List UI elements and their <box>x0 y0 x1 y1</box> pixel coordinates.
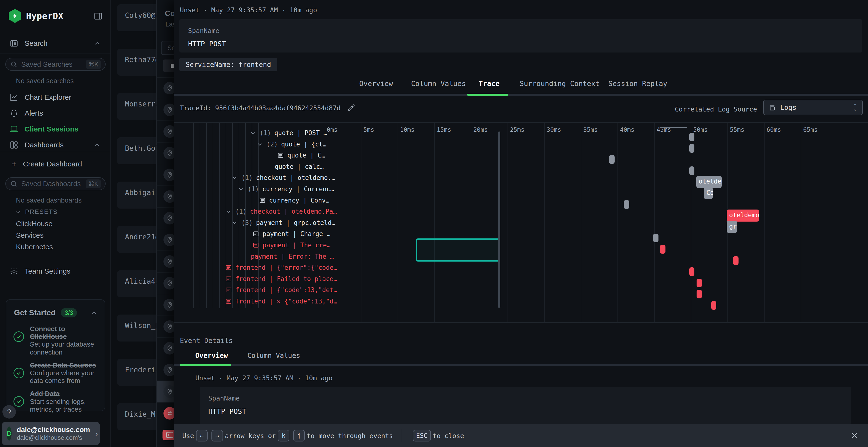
help-button[interactable]: ? <box>2 405 16 419</box>
span-duration-bar[interactable] <box>696 279 702 287</box>
chevron-up-icon[interactable] <box>94 40 101 47</box>
span-duration-bar[interactable] <box>653 234 658 242</box>
sidebar-collapse-icon[interactable] <box>94 11 103 21</box>
preset-item-services[interactable]: Services <box>16 231 44 239</box>
sidebar-item-search[interactable]: Search <box>0 36 111 51</box>
session-card[interactable]: Alicia42 <box>117 270 156 297</box>
span-duration-bar[interactable] <box>609 155 615 164</box>
session-event-row[interactable] <box>157 77 174 99</box>
get-started-item[interactable]: Connect to ClickHouseSet up your databas… <box>6 320 105 356</box>
trace-span-row[interactable]: (1)quote | POST … <box>250 128 327 138</box>
chevron-up-icon[interactable] <box>90 309 97 316</box>
session-event-row[interactable] <box>157 208 174 229</box>
tab-session-replay[interactable]: Session Replay <box>608 79 667 92</box>
chevron-down-icon[interactable] <box>256 141 263 148</box>
tab-column-values[interactable]: Column Values <box>411 79 466 92</box>
tab-overview[interactable]: Overview <box>359 79 393 92</box>
session-event-row[interactable] <box>157 143 174 164</box>
trace-span-row[interactable]: (1)checkout | oteldemo.Pa… <box>225 206 337 217</box>
span-duration-bar[interactable]: oteldemo. <box>727 209 759 221</box>
session-card[interactable]: Dixie_Mc <box>117 403 156 430</box>
session-card[interactable]: Andre21@ <box>117 226 156 253</box>
session-card[interactable]: Abbigail <box>117 182 156 209</box>
sidebar-item-client-sessions[interactable]: Client Sessions <box>0 122 111 137</box>
span-duration-bar[interactable] <box>696 290 702 299</box>
saved-searches-input[interactable]: Saved Searches ⌘K <box>5 58 105 71</box>
trace-span-row[interactable]: currency | Conv… <box>259 195 329 206</box>
log-source-select[interactable]: Logs ⌃⌄ <box>763 100 863 115</box>
trace-span-row[interactable]: payment | Charge … <box>252 228 331 239</box>
session-event-row[interactable] <box>157 381 174 403</box>
session-event-row[interactable] <box>157 121 174 143</box>
span-duration-bar[interactable] <box>733 256 739 265</box>
trace-span-row[interactable]: payment | Error: The … <box>251 251 334 262</box>
trace-span-row[interactable]: (2)quote | {cl… <box>256 139 327 150</box>
get-started-item[interactable]: Create Data SourcesConfigure where your … <box>6 356 105 385</box>
chevron-down-icon[interactable] <box>250 130 256 136</box>
close-icon[interactable] <box>850 431 859 440</box>
session-event-row[interactable] <box>157 99 174 121</box>
session-card[interactable]: Monserra <box>117 93 156 120</box>
span-duration-bar[interactable] <box>689 166 694 175</box>
saved-dashboards-input[interactable]: Saved Dashboards ⌘K <box>5 177 105 190</box>
span-duration-bar[interactable]: Co <box>704 187 713 199</box>
chevron-down-icon[interactable] <box>231 174 238 181</box>
tab-trace[interactable]: Trace <box>478 79 500 92</box>
session-filter-button[interactable] <box>163 60 174 72</box>
session-card[interactable]: Frederic <box>117 359 156 386</box>
trace-span-row[interactable]: quote | C… <box>277 150 325 161</box>
trace-span-row[interactable]: frontend | {"error":{"code… <box>225 262 337 273</box>
presets-toggle[interactable]: PRESETS <box>15 208 58 215</box>
session-event-row[interactable] <box>157 273 174 294</box>
session-card[interactable]: Retha77@ <box>117 49 156 76</box>
session-events-search-input[interactable]: Sea <box>161 41 174 55</box>
sidebar-item-dashboards[interactable]: Dashboards <box>0 137 111 153</box>
get-started-item[interactable]: Add DataStart sending logs, metrics, or … <box>6 385 105 413</box>
session-event-row[interactable] <box>157 251 174 273</box>
sidebar-item-team-settings[interactable]: Team Settings <box>0 264 111 279</box>
event-details-tab-overview[interactable]: Overview <box>195 352 228 362</box>
chevron-up-icon[interactable] <box>94 141 101 148</box>
session-card[interactable]: Coty60@g <box>117 4 156 31</box>
chevron-down-icon[interactable] <box>225 208 232 215</box>
span-duration-bar[interactable] <box>660 245 665 253</box>
session-event-row[interactable] <box>157 316 174 338</box>
span-duration-bar[interactable] <box>689 144 694 153</box>
session-card[interactable]: Beth.Gol <box>117 137 156 164</box>
trace-span-row[interactable]: payment | The cre… <box>252 240 331 251</box>
session-event-row[interactable] <box>157 403 174 424</box>
span-duration-bar[interactable] <box>689 133 694 141</box>
trace-span-row[interactable]: frontend | Failed to place… <box>225 273 337 284</box>
tab-surrounding-context[interactable]: Surrounding Context <box>520 79 600 92</box>
trace-span-row[interactable]: frontend | ✕ {"code":13,"d… <box>225 296 337 307</box>
tree-scrollbar[interactable] <box>498 132 500 308</box>
chevron-down-icon[interactable] <box>238 186 244 193</box>
service-name-chip[interactable]: ServiceName: frontend <box>179 58 277 71</box>
chevron-down-icon[interactable] <box>231 219 238 226</box>
trace-span-row[interactable]: (3)payment | grpc.oteld… <box>231 217 335 228</box>
span-duration-bar[interactable] <box>689 267 694 276</box>
session-event-row[interactable] <box>157 338 174 359</box>
sidebar-item-chart-explorer[interactable]: Chart Explorer <box>0 90 111 105</box>
session-event-row[interactable] <box>157 424 174 446</box>
span-duration-bar[interactable]: grp <box>727 221 737 233</box>
create-dashboard-button[interactable]: + Create Dashboard <box>11 159 82 169</box>
span-duration-bar[interactable] <box>624 200 629 209</box>
session-event-row[interactable] <box>157 164 174 186</box>
span-duration-bar[interactable]: oteldemo. <box>696 176 722 188</box>
session-card[interactable]: Wilson_H <box>117 314 156 342</box>
user-account-chip[interactable]: D dale@clickhouse.com dale@clickhouse.co… <box>2 422 100 445</box>
preset-item-clickhouse[interactable]: ClickHouse <box>16 220 53 228</box>
trace-span-row[interactable]: frontend | {"code":13,"det… <box>225 284 337 296</box>
sidebar-item-alerts[interactable]: Alerts <box>0 105 111 121</box>
session-event-row[interactable] <box>157 294 174 316</box>
session-event-row[interactable] <box>157 359 174 381</box>
trace-span-row[interactable]: (1)currency | Currenc… <box>238 183 334 195</box>
trace-span-row[interactable]: (1)checkout | oteldemo.… <box>231 172 335 183</box>
trace-span-row[interactable]: quote | calc… <box>275 161 324 172</box>
edit-pencil-icon[interactable] <box>347 104 355 112</box>
session-event-row[interactable] <box>157 229 174 251</box>
event-details-tab-column-values[interactable]: Column Values <box>247 352 300 362</box>
session-event-row[interactable] <box>157 186 174 208</box>
span-duration-bar[interactable] <box>711 301 716 310</box>
